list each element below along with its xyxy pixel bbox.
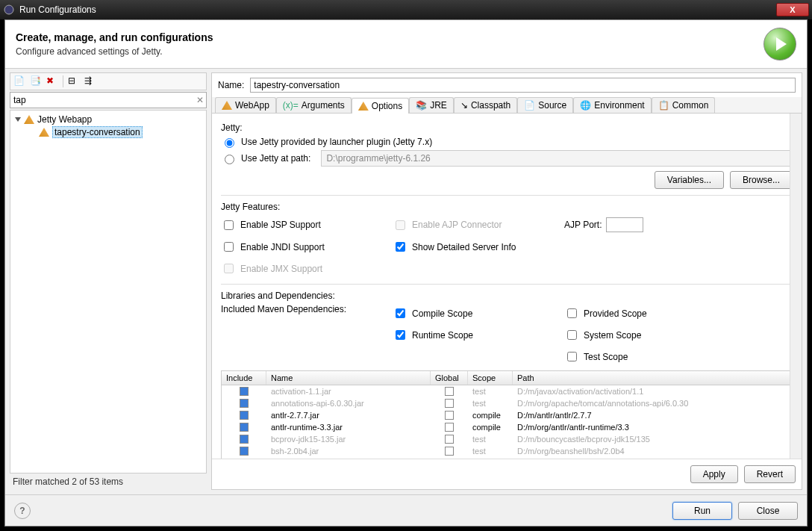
filter-icon[interactable]: ⇶ <box>84 75 96 87</box>
global-checkbox[interactable] <box>445 387 454 396</box>
dialog: Create, manage, and run configurations C… <box>4 19 808 527</box>
cell-name: annotations-api-6.0.30.jar <box>266 397 431 409</box>
tab-webapp[interactable]: WebApp <box>215 97 276 113</box>
jetty-path-input <box>321 150 793 167</box>
cell-scope: test <box>468 385 513 397</box>
apply-button[interactable]: Apply <box>690 465 738 483</box>
cell-path: D:/m/org/antlr/antlr-runtime/3.3 <box>513 421 792 433</box>
cell-scope: test <box>468 445 513 457</box>
table-row[interactable]: bcprov-jdk15-135.jartestD:/m/bouncycastl… <box>222 433 792 445</box>
tab-bar: WebApp (x)=Arguments Options 📚JRE ↘Class… <box>212 97 802 114</box>
cell-name: bcprov-jdk15-135.jar <box>266 433 431 445</box>
cell-path: D:/m/bouncycastle/bcprov-jdk15/135 <box>513 433 792 445</box>
radio-path-label: Use Jetty at path: <box>241 153 310 164</box>
name-input[interactable] <box>250 78 796 93</box>
filter-box: ✕ <box>10 92 207 108</box>
main-panel: Name: WebApp (x)=Arguments Options 📚JRE … <box>211 72 802 490</box>
global-checkbox[interactable] <box>445 423 454 432</box>
name-label: Name: <box>218 80 244 90</box>
include-checkbox[interactable] <box>240 423 249 432</box>
sidebar-toolbar: 📄 📑 ✖ ⊟ ⇶ <box>10 72 207 90</box>
expand-icon[interactable] <box>15 117 21 122</box>
header-title: Create, manage, and run configurations <box>16 31 763 43</box>
global-checkbox[interactable] <box>445 447 454 456</box>
dialog-header: Create, manage, and run configurations C… <box>5 20 807 69</box>
radio-path[interactable] <box>225 155 234 164</box>
cell-scope: test <box>468 433 513 445</box>
table-row[interactable]: annotations-api-6.0.30.jartestD:/m/org/a… <box>222 397 792 409</box>
table-row[interactable]: bsh-2.0b4.jartestD:/m/org/beanshell/bsh/… <box>222 445 792 457</box>
close-button[interactable]: Close <box>738 502 798 520</box>
variables-button[interactable]: Variables... <box>655 171 724 189</box>
cell-scope: compile <box>468 421 513 433</box>
filter-input[interactable] <box>10 92 207 108</box>
chk-ajp <box>396 220 405 230</box>
config-tree[interactable]: Jetty Webapp tapestry-conversation <box>10 110 207 473</box>
jetty-icon <box>39 128 49 137</box>
chk-compile[interactable] <box>396 308 405 318</box>
global-checkbox[interactable] <box>445 435 454 444</box>
tab-content: Jetty: Use Jetty provided by launcher pl… <box>212 114 802 459</box>
chk-provided[interactable] <box>567 308 577 318</box>
run-button[interactable]: Run <box>672 502 732 520</box>
radio-bundled[interactable] <box>225 138 234 148</box>
table-header: Include Name Global Scope Path <box>222 371 792 385</box>
chk-detail[interactable] <box>396 242 405 252</box>
global-checkbox[interactable] <box>445 411 454 420</box>
svg-point-0 <box>4 5 13 14</box>
cell-scope: test <box>468 397 513 409</box>
cell-name: antlr-runtime-3.3.jar <box>266 421 431 433</box>
tab-options[interactable]: Options <box>352 98 409 114</box>
include-checkbox[interactable] <box>240 435 249 444</box>
libs-label: Libraries and Dependencies: <box>221 291 793 301</box>
cell-path: D:/m/org/apache/tomcat/annotations-api/6… <box>513 397 792 409</box>
jetty-icon <box>222 101 232 110</box>
titlebar: Run Configurations X <box>0 0 812 19</box>
table-row[interactable]: antlr-2.7.7.jarcompileD:/m/antlr/antlr/2… <box>222 409 792 421</box>
tab-source[interactable]: 📄Source <box>517 97 573 113</box>
tree-child-label: tapestry-conversation <box>52 126 143 138</box>
cell-path: D:/m/antlr/antlr/2.7.7 <box>513 409 792 421</box>
global-checkbox[interactable] <box>445 399 454 408</box>
tab-jre[interactable]: 📚JRE <box>409 97 454 113</box>
tree-child[interactable]: tapestry-conversation <box>37 125 203 139</box>
radio-bundled-label: Use Jetty provided by launcher plugin (J… <box>241 137 432 147</box>
header-subtitle: Configure advanced settings of Jetty. <box>16 46 763 57</box>
ajp-port-input[interactable] <box>606 217 643 232</box>
chk-test[interactable] <box>567 352 577 361</box>
table-row[interactable]: antlr-runtime-3.3.jarcompileD:/m/org/ant… <box>222 421 792 433</box>
duplicate-icon[interactable]: 📑 <box>30 75 42 87</box>
include-checkbox[interactable] <box>240 411 249 420</box>
sidebar: 📄 📑 ✖ ⊟ ⇶ ✕ Jetty Webapp tapestr <box>10 72 207 490</box>
table-row[interactable]: activation-1.1.jartestD:/m/javax/activat… <box>222 385 792 397</box>
cell-path: D:/m/org/beanshell/bsh/2.0b4 <box>513 445 792 457</box>
new-icon[interactable]: 📄 <box>13 75 25 87</box>
features-label: Jetty Features: <box>221 202 793 212</box>
browse-button[interactable]: Browse... <box>730 171 793 189</box>
tree-parent-label: Jetty Webapp <box>37 114 92 125</box>
tree-parent[interactable]: Jetty Webapp <box>13 114 203 125</box>
clear-filter-icon[interactable]: ✕ <box>196 95 204 105</box>
include-checkbox[interactable] <box>240 447 249 456</box>
window-close-button[interactable]: X <box>776 3 809 16</box>
tab-arguments[interactable]: (x)=Arguments <box>276 97 352 113</box>
chk-runtime[interactable] <box>396 330 405 340</box>
tab-environment[interactable]: 🌐Environment <box>573 97 651 113</box>
include-checkbox[interactable] <box>240 387 249 396</box>
chk-system[interactable] <box>567 330 577 340</box>
collapse-icon[interactable]: ⊟ <box>68 75 80 87</box>
chk-jsp[interactable] <box>224 220 234 230</box>
chk-jmx <box>224 264 234 273</box>
scrollbar[interactable] <box>790 114 802 459</box>
chk-jndi[interactable] <box>224 242 234 252</box>
separator <box>63 75 63 87</box>
include-checkbox[interactable] <box>240 399 249 408</box>
revert-button[interactable]: Revert <box>744 465 796 483</box>
delete-icon[interactable]: ✖ <box>46 75 58 87</box>
cell-path: D:/m/javax/activation/activation/1.1 <box>513 385 792 397</box>
tab-classpath[interactable]: ↘Classpath <box>454 97 517 113</box>
tab-common[interactable]: 📋Common <box>652 97 716 113</box>
filter-status: Filter matched 2 of 53 items <box>10 473 207 490</box>
dialog-footer: ? Run Close <box>5 494 807 526</box>
help-icon[interactable]: ? <box>14 503 31 519</box>
